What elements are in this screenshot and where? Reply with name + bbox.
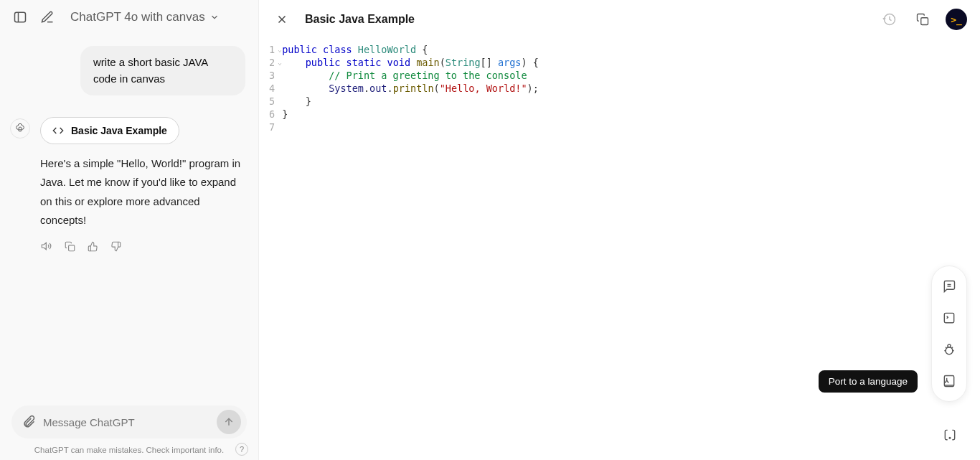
code-editor[interactable]: 1⌄ 2⌄ 3 4 5 6 7 public class HelloWorld …: [259, 39, 980, 138]
help-button[interactable]: ?: [235, 443, 248, 456]
code-line: [282, 121, 980, 133]
history-icon[interactable]: [880, 9, 900, 29]
canvas-title: Basic Java Example: [305, 13, 415, 26]
code-line: public class HelloWorld {: [282, 43, 980, 56]
svg-point-2: [19, 127, 22, 130]
svg-line-16: [946, 347, 947, 349]
code-line: // Print a greeting to the console: [282, 69, 980, 82]
canvas-header: Basic Java Example >_: [259, 0, 980, 39]
chat-input[interactable]: [43, 416, 209, 428]
artifact-chip[interactable]: Basic Java Example: [40, 117, 179, 144]
read-aloud-icon[interactable]: [40, 240, 53, 253]
message-actions: [40, 240, 248, 253]
svg-rect-8: [921, 18, 928, 25]
svg-line-17: [951, 347, 953, 349]
thumbs-up-icon[interactable]: [86, 240, 99, 253]
new-chat-icon[interactable]: [37, 7, 57, 27]
port-language-tool-icon[interactable]: Port to a language: [935, 367, 963, 395]
comment-tool-icon[interactable]: [935, 272, 963, 301]
chat-sidebar: ChatGPT 4o with canvas write a short bas…: [0, 0, 258, 460]
user-message: write a short basic JAVA code in canvas: [80, 46, 245, 95]
artifact-label: Basic Java Example: [71, 125, 167, 136]
code-icon: [52, 125, 64, 136]
copy-icon[interactable]: [63, 240, 76, 253]
svg-rect-4: [68, 245, 74, 250]
code-line: System.out.println("Hello, World!");: [282, 82, 980, 95]
model-label: ChatGPT 4o with canvas: [70, 10, 205, 24]
conversation: write a short basic JAVA code in canvas …: [0, 34, 258, 400]
copy-canvas-icon[interactable]: [913, 9, 933, 29]
svg-marker-3: [42, 243, 46, 249]
port-tooltip: Port to a language: [819, 370, 918, 393]
assistant-avatar: [10, 118, 30, 139]
svg-point-20: [949, 437, 951, 438]
thumbs-down-icon[interactable]: [109, 240, 122, 253]
input-area: [0, 400, 258, 441]
assistant-row: Basic Java Example: [10, 117, 248, 144]
collapse-sidebar-icon[interactable]: [10, 7, 30, 27]
send-button[interactable]: [217, 410, 241, 434]
brackets-tool-icon[interactable]: [936, 421, 964, 449]
canvas-tools: Port to a language: [931, 266, 967, 402]
assistant-message: Here's a simple "Hello, World!" program …: [40, 154, 241, 230]
code-line: public static void main(String[] args) {: [282, 56, 980, 69]
chat-input-box: [11, 405, 247, 438]
code-line: }: [282, 108, 980, 121]
top-bar: ChatGPT 4o with canvas: [0, 0, 258, 34]
model-selector[interactable]: ChatGPT 4o with canvas: [70, 10, 220, 24]
bug-tool-icon[interactable]: [935, 335, 963, 364]
code-line: }: [282, 95, 980, 108]
logs-tool-icon[interactable]: [935, 304, 963, 332]
profile-badge[interactable]: >_: [946, 9, 967, 30]
canvas-panel: Basic Java Example >_ 1⌄ 2⌄ 3 4 5 6 7: [258, 0, 980, 460]
svg-point-13: [948, 344, 951, 347]
line-gutter: 1⌄ 2⌄ 3 4 5 6 7: [259, 43, 282, 133]
attach-icon[interactable]: [22, 415, 36, 429]
close-canvas-icon[interactable]: [272, 9, 292, 29]
chevron-down-icon: [209, 12, 220, 22]
code-body: public class HelloWorld { public static …: [282, 43, 980, 133]
svg-rect-0: [15, 12, 26, 22]
svg-rect-11: [944, 313, 953, 322]
disclaimer: ChatGPT can make mistakes. Check importa…: [0, 441, 258, 460]
